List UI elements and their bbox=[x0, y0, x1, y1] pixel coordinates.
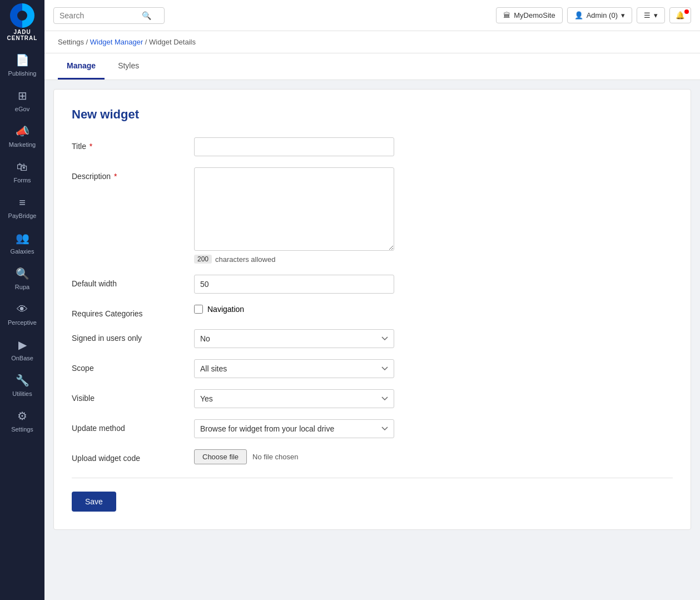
visible-row: Visible Yes No bbox=[72, 389, 673, 408]
signed-in-row: Signed in users only No Yes bbox=[72, 329, 673, 348]
chevron-down-icon: ▾ bbox=[621, 11, 625, 19]
default-width-input[interactable]: 50 bbox=[194, 275, 394, 294]
title-input[interactable] bbox=[194, 137, 394, 156]
forms-icon: 🛍 bbox=[17, 161, 28, 172]
notification-badge bbox=[684, 9, 689, 14]
sidebar-item-label: Utilities bbox=[12, 390, 32, 397]
char-badge: 200 bbox=[194, 255, 212, 264]
tabs-bar: Manage Styles bbox=[44, 53, 700, 80]
upload-widget-row: Upload widget code Choose file No file c… bbox=[72, 449, 673, 464]
tab-styles[interactable]: Styles bbox=[109, 53, 148, 80]
logo-text: JADUCENTRAL bbox=[7, 29, 38, 41]
sidebar-item-settings[interactable]: ⚙ Settings bbox=[0, 403, 44, 438]
content-area: Settings / Widget Manager / Widget Detai… bbox=[44, 31, 700, 600]
breadcrumb-widget-manager[interactable]: Widget Manager bbox=[90, 38, 143, 46]
requires-categories-row: Requires Categories Navigation bbox=[72, 305, 673, 318]
sidebar-item-label: Settings bbox=[11, 426, 33, 433]
sidebar-item-egov[interactable]: ⊞ eGov bbox=[0, 82, 44, 118]
description-textarea[interactable] bbox=[194, 167, 394, 251]
upload-widget-field: Choose file No file chosen bbox=[194, 449, 394, 464]
bell-icon: 🔔 bbox=[676, 11, 685, 19]
topbar: 🔍 🏛 MyDemoSite 👤 Admin (0) ▾ ☰ ▾ 🔔 bbox=[44, 0, 700, 31]
scope-row: Scope All sites Specific site bbox=[72, 359, 673, 378]
scope-label: Scope bbox=[72, 359, 194, 373]
page-title: New widget bbox=[72, 107, 673, 122]
description-row: Description * 200 characters allowed bbox=[72, 167, 673, 264]
scope-select[interactable]: All sites Specific site bbox=[194, 359, 394, 378]
notification-button[interactable]: 🔔 bbox=[669, 7, 691, 23]
choose-file-button[interactable]: Choose file bbox=[194, 449, 247, 464]
sidebar-item-marketing[interactable]: 📣 Marketing bbox=[0, 118, 44, 153]
update-method-select[interactable]: Browse for widget from your local drive … bbox=[194, 419, 394, 438]
visible-field: Yes No bbox=[194, 389, 394, 408]
default-width-row: Default width 50 bbox=[72, 275, 673, 294]
egov-icon: ⊞ bbox=[18, 90, 27, 101]
file-upload-area: Choose file No file chosen bbox=[194, 449, 394, 464]
perceptive-icon: 👁 bbox=[17, 304, 28, 315]
marketing-icon: 📣 bbox=[16, 126, 29, 137]
visible-label: Visible bbox=[72, 389, 194, 403]
update-method-field: Browse for widget from your local drive … bbox=[194, 419, 394, 438]
sidebar-item-label: eGov bbox=[15, 106, 29, 112]
sidebar-item-rupa[interactable]: 🔍 Rupa bbox=[0, 260, 44, 296]
sidebar-item-label: Galaxies bbox=[11, 248, 34, 255]
signed-in-label: Signed in users only bbox=[72, 329, 194, 343]
tab-manage[interactable]: Manage bbox=[58, 53, 105, 80]
char-count: 200 characters allowed bbox=[194, 255, 394, 264]
requires-categories-label: Requires Categories bbox=[72, 305, 194, 318]
chevron-down-icon-2: ▾ bbox=[654, 11, 658, 19]
logo-icon bbox=[10, 3, 34, 28]
signed-in-select[interactable]: No Yes bbox=[194, 329, 394, 348]
galaxies-icon: 👥 bbox=[16, 232, 29, 244]
sidebar-item-label: Perceptive bbox=[8, 319, 37, 326]
form-container: New widget Title * Description * 20 bbox=[53, 89, 691, 530]
description-label: Description * bbox=[72, 167, 194, 181]
title-field bbox=[194, 137, 394, 156]
description-field: 200 characters allowed bbox=[194, 167, 394, 264]
site-button[interactable]: 🏛 MyDemoSite bbox=[496, 7, 562, 23]
title-label: Title * bbox=[72, 137, 194, 151]
settings-icon: ⚙ bbox=[17, 410, 27, 422]
search-box[interactable]: 🔍 bbox=[53, 7, 165, 24]
breadcrumb-current: Widget Details bbox=[149, 38, 196, 46]
sidebar-item-publishing[interactable]: 📄 Publishing bbox=[0, 47, 44, 82]
sidebar-item-forms[interactable]: 🛍 Forms bbox=[0, 153, 44, 189]
scope-field: All sites Specific site bbox=[194, 359, 394, 378]
rupa-icon: 🔍 bbox=[16, 268, 29, 279]
update-method-label: Update method bbox=[72, 419, 194, 433]
navigation-checkbox-row: Navigation bbox=[194, 305, 394, 314]
sidebar-logo: JADUCENTRAL bbox=[0, 0, 44, 44]
topbar-right: 🏛 MyDemoSite 👤 Admin (0) ▾ ☰ ▾ 🔔 bbox=[496, 7, 691, 23]
sidebar-item-onbase[interactable]: ▶ OnBase bbox=[0, 331, 44, 367]
sidebar-item-paybridge[interactable]: ≡ PayBridge bbox=[0, 189, 44, 225]
signed-in-field: No Yes bbox=[194, 329, 394, 348]
navigation-label: Navigation bbox=[207, 305, 244, 314]
menu-icon: ☰ bbox=[644, 11, 651, 19]
save-button[interactable]: Save bbox=[72, 492, 116, 512]
visible-select[interactable]: Yes No bbox=[194, 389, 394, 408]
admin-label: Admin (0) bbox=[587, 11, 618, 19]
sidebar-item-label: Publishing bbox=[8, 70, 37, 77]
menu-button[interactable]: ☰ ▾ bbox=[637, 7, 665, 23]
sidebar-item-perceptive[interactable]: 👁 Perceptive bbox=[0, 296, 44, 331]
default-width-field: 50 bbox=[194, 275, 394, 294]
sidebar-item-label: Marketing bbox=[9, 141, 36, 148]
site-label: MyDemoSite bbox=[514, 11, 555, 19]
main-area: 🔍 🏛 MyDemoSite 👤 Admin (0) ▾ ☰ ▾ 🔔 bbox=[44, 0, 700, 600]
sidebar-item-galaxies[interactable]: 👥 Galaxies bbox=[0, 225, 44, 260]
navigation-checkbox[interactable] bbox=[194, 305, 203, 314]
upload-widget-label: Upload widget code bbox=[72, 449, 194, 463]
sidebar-item-label: Forms bbox=[13, 177, 31, 184]
utilities-icon: 🔧 bbox=[16, 375, 29, 386]
char-hint: characters allowed bbox=[215, 255, 275, 264]
sidebar-item-label: Rupa bbox=[15, 284, 29, 290]
onbase-icon: ▶ bbox=[18, 339, 27, 350]
sidebar-item-label: PayBridge bbox=[8, 212, 37, 219]
paybridge-icon: ≡ bbox=[19, 197, 26, 208]
requires-categories-field: Navigation bbox=[194, 305, 394, 314]
search-input[interactable] bbox=[59, 11, 137, 20]
title-row: Title * bbox=[72, 137, 673, 156]
sidebar-item-utilities[interactable]: 🔧 Utilities bbox=[0, 367, 44, 403]
publishing-icon: 📄 bbox=[16, 54, 29, 66]
admin-button[interactable]: 👤 Admin (0) ▾ bbox=[567, 7, 632, 23]
